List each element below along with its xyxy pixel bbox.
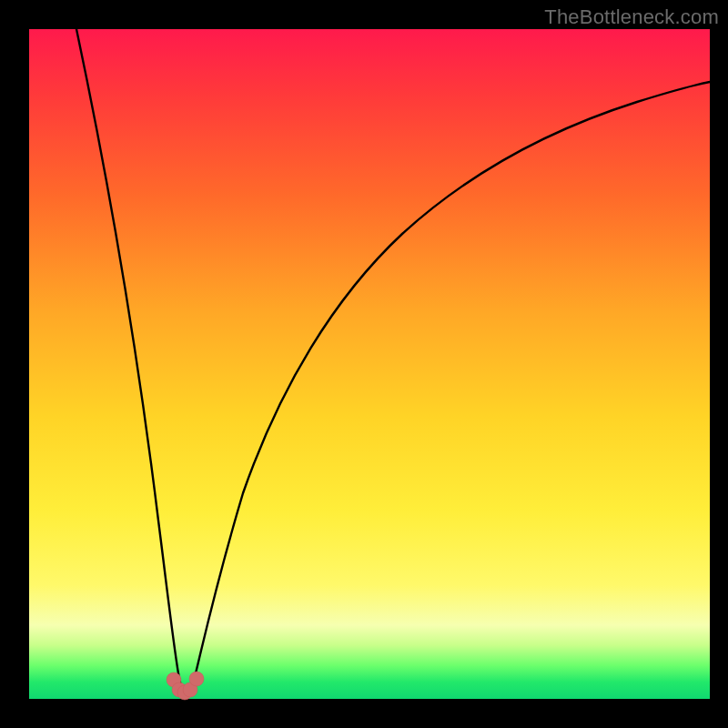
min-marker-group	[167, 672, 204, 700]
chart-frame: TheBottleneck.com	[0, 0, 728, 728]
watermark-text: TheBottleneck.com	[544, 5, 719, 29]
bottleneck-curve	[76, 29, 710, 693]
plot-area	[29, 29, 710, 699]
curve-layer	[29, 29, 710, 699]
min-dot	[189, 672, 204, 686]
